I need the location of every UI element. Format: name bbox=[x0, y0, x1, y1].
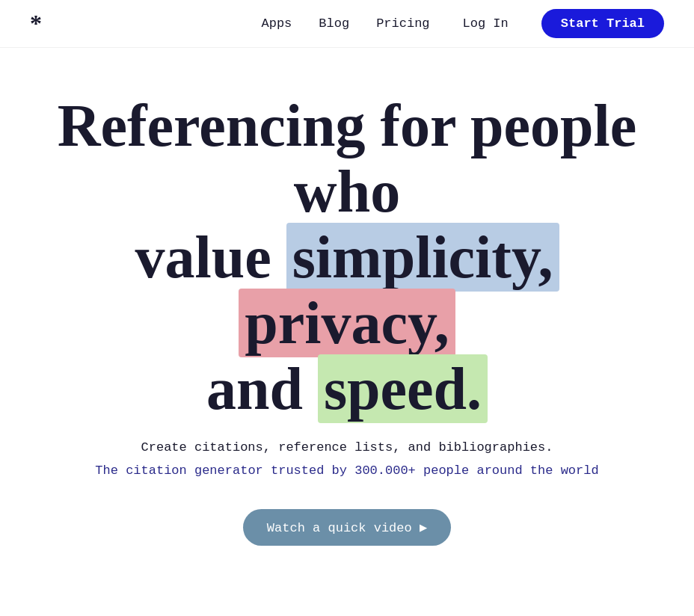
brand-logo[interactable]: * bbox=[30, 10, 42, 37]
hero-subline1: Create citations, reference lists, and b… bbox=[30, 437, 664, 460]
nav-login[interactable]: Log In bbox=[463, 16, 509, 31]
highlight-speed: speed. bbox=[318, 354, 488, 423]
navbar: * Apps Blog Pricing Log In Start Trial bbox=[0, 0, 694, 48]
hero-section: Referencing for people who value simplic… bbox=[0, 48, 694, 576]
hero-subline2: The citation generator trusted by 300.00… bbox=[30, 460, 664, 483]
start-trial-button[interactable]: Start Trial bbox=[541, 9, 664, 38]
nav-link-apps[interactable]: Apps bbox=[262, 16, 292, 31]
heading-line2: value simplicity, privacy, bbox=[135, 223, 559, 357]
heading-line1: Referencing for people who bbox=[58, 93, 637, 224]
watch-video-button[interactable]: Watch a quick video ▶ bbox=[243, 509, 451, 546]
hero-subtext: Create citations, reference lists, and b… bbox=[30, 437, 664, 482]
highlight-simplicity: simplicity, bbox=[286, 223, 559, 292]
nav-links: Apps Blog Pricing Log In Start Trial bbox=[262, 9, 664, 38]
nav-link-blog[interactable]: Blog bbox=[319, 16, 349, 31]
hero-heading: Referencing for people who value simplic… bbox=[30, 93, 664, 422]
highlight-privacy: privacy, bbox=[239, 289, 455, 357]
heading-line3: and speed. bbox=[206, 354, 488, 423]
nav-link-pricing[interactable]: Pricing bbox=[376, 16, 429, 31]
testimonials-section: ★★★★★ "immense help for me for my thesis… bbox=[0, 576, 694, 616]
